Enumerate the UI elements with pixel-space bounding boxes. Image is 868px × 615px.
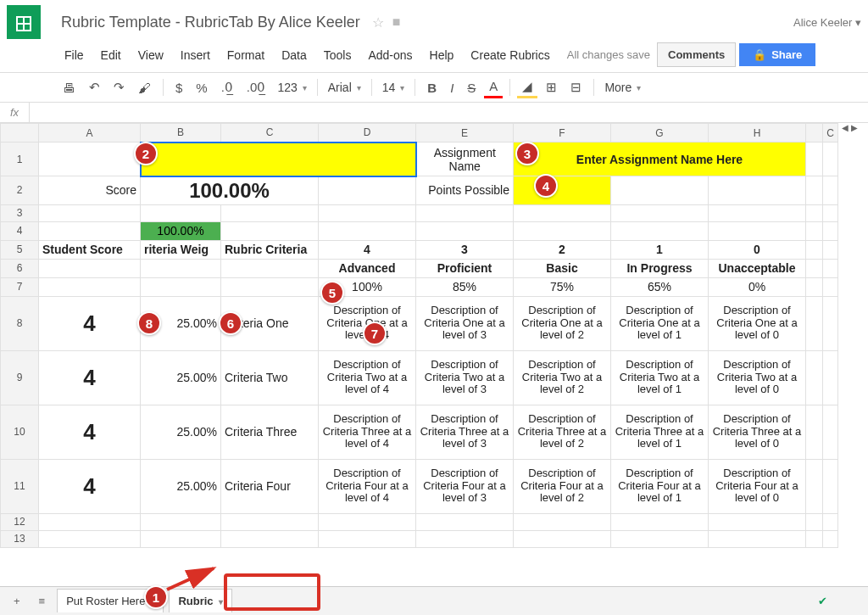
menu-create-rubrics[interactable]: Create Rubrics: [464, 47, 556, 64]
menu-data[interactable]: Data: [275, 47, 314, 64]
level-name[interactable]: Advanced: [319, 259, 416, 277]
cell[interactable]: [221, 221, 319, 240]
criteria-description[interactable]: Description of Criteria Four at a level …: [319, 459, 416, 513]
cell[interactable]: [823, 221, 838, 240]
text-color-icon[interactable]: A: [484, 76, 503, 98]
cell[interactable]: [39, 143, 141, 176]
formula-input[interactable]: [30, 103, 868, 122]
cell[interactable]: [221, 530, 319, 547]
cell[interactable]: [416, 513, 514, 530]
cell[interactable]: [39, 221, 141, 240]
cell[interactable]: [39, 259, 141, 277]
cell[interactable]: [319, 221, 416, 240]
criteria-description[interactable]: Description of Criteria Three at a level…: [611, 405, 709, 459]
row-header[interactable]: 4: [1, 221, 39, 240]
criteria-name[interactable]: Criteria Two: [221, 350, 319, 405]
format-123-dropdown[interactable]: 123: [274, 79, 309, 96]
cell[interactable]: [416, 204, 514, 221]
cell[interactable]: [611, 176, 709, 205]
decrease-decimal-icon[interactable]: .0̲: [216, 76, 238, 98]
spreadsheet-grid[interactable]: ABCDEFGHC1Assignment NameEnter Assignmen…: [0, 123, 868, 571]
cell[interactable]: [141, 259, 221, 277]
cell[interactable]: [823, 513, 838, 530]
cell[interactable]: [806, 459, 823, 513]
assignment-name-input[interactable]: Enter Assignment Name Here: [514, 143, 806, 176]
cell[interactable]: [514, 204, 611, 221]
cell[interactable]: [823, 176, 838, 205]
points-possible-input[interactable]: [514, 176, 611, 205]
merge-icon[interactable]: ⊟: [565, 76, 587, 98]
increase-decimal-icon[interactable]: .00̲: [242, 76, 271, 98]
row-header[interactable]: 7: [1, 277, 39, 296]
cell[interactable]: [823, 530, 838, 547]
column-header[interactable]: A: [39, 124, 141, 143]
cell[interactable]: [416, 530, 514, 547]
cell[interactable]: [221, 513, 319, 530]
document-title[interactable]: Rubric Template - RubricTab By Alice Kee…: [58, 12, 364, 33]
font-dropdown[interactable]: Arial: [325, 79, 364, 96]
level-name[interactable]: Basic: [514, 259, 611, 277]
cell[interactable]: [806, 296, 823, 350]
menu-format[interactable]: Format: [220, 47, 271, 64]
cell[interactable]: [806, 405, 823, 459]
criteria-description[interactable]: Description of Criteria One at a level o…: [611, 296, 709, 350]
print-icon[interactable]: 🖶: [58, 77, 81, 98]
criteria-description[interactable]: Description of Criteria Two at a level o…: [709, 350, 806, 405]
row-header[interactable]: 10: [1, 405, 39, 459]
menu-tools[interactable]: Tools: [317, 47, 359, 64]
criteria-description[interactable]: Description of Criteria Two at a level o…: [416, 350, 514, 405]
cell[interactable]: [709, 530, 806, 547]
row-header[interactable]: 12: [1, 513, 39, 530]
criteria-description[interactable]: Description of Criteria Three at a level…: [416, 405, 514, 459]
criteria-description[interactable]: Description of Criteria Two at a level o…: [319, 350, 416, 405]
criteria-description[interactable]: Description of Criteria Two at a level o…: [514, 350, 611, 405]
row-header[interactable]: 8: [1, 296, 39, 350]
cell[interactable]: [823, 405, 838, 459]
cell[interactable]: [806, 530, 823, 547]
cell[interactable]: [39, 513, 141, 530]
cell[interactable]: [806, 221, 823, 240]
strikethrough-icon[interactable]: S: [462, 77, 481, 98]
criteria-description[interactable]: Description of Criteria Four at a level …: [416, 459, 514, 513]
menu-edit[interactable]: Edit: [94, 47, 128, 64]
row-header[interactable]: 1: [1, 143, 39, 176]
cell[interactable]: [823, 204, 838, 221]
fill-color-icon[interactable]: ◢: [517, 76, 537, 98]
header-cell[interactable]: 2: [514, 240, 611, 259]
cell[interactable]: [823, 350, 838, 405]
menu-view[interactable]: View: [131, 47, 170, 64]
font-size-dropdown[interactable]: 14: [379, 79, 409, 96]
cell[interactable]: [221, 277, 319, 296]
column-header[interactable]: F: [514, 124, 611, 143]
scroll-arrows[interactable]: ◀ ▶: [842, 123, 858, 132]
cell[interactable]: [416, 221, 514, 240]
criteria-description[interactable]: Description of Criteria One at a level o…: [416, 296, 514, 350]
cell[interactable]: [141, 530, 221, 547]
criteria-description[interactable]: Description of Criteria Three at a level…: [709, 405, 806, 459]
sheets-logo[interactable]: [7, 5, 41, 39]
level-name[interactable]: Unacceptable: [709, 259, 806, 277]
criteria-weight[interactable]: 25.00%: [141, 405, 221, 459]
currency-icon[interactable]: $: [170, 77, 187, 98]
criteria-description[interactable]: Description of Criteria One at a level o…: [709, 296, 806, 350]
paint-format-icon[interactable]: 🖌: [133, 77, 156, 98]
header-cell[interactable]: 3: [416, 240, 514, 259]
level-percent[interactable]: 0%: [709, 277, 806, 296]
cell[interactable]: [806, 277, 823, 296]
header-cell[interactable]: 1: [611, 240, 709, 259]
criteria-description[interactable]: Description of Criteria Three at a level…: [514, 405, 611, 459]
cell[interactable]: [806, 204, 823, 221]
add-sheet-button[interactable]: +: [7, 591, 27, 611]
criteria-description[interactable]: Description of Criteria Three at a level…: [319, 405, 416, 459]
criteria-description[interactable]: Description of Criteria Two at a level o…: [611, 350, 709, 405]
cell[interactable]: [221, 204, 319, 221]
criteria-name[interactable]: Criteria Three: [221, 405, 319, 459]
select-all-corner[interactable]: [1, 124, 39, 143]
cell[interactable]: [709, 204, 806, 221]
cell[interactable]: [611, 221, 709, 240]
cell[interactable]: [806, 143, 823, 176]
comments-button[interactable]: Comments: [657, 42, 736, 67]
criteria-description[interactable]: Description of Criteria Four at a level …: [611, 459, 709, 513]
student-score[interactable]: 4: [39, 350, 141, 405]
cell[interactable]: [611, 204, 709, 221]
